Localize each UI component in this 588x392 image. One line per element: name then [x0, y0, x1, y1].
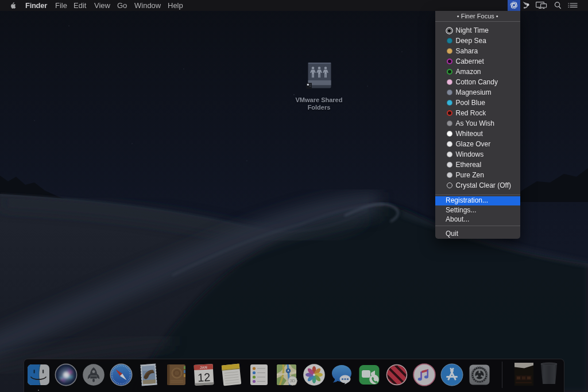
- svg-text:JAN: JAN: [200, 365, 208, 370]
- svg-text:12: 12: [198, 371, 211, 384]
- svg-text:3D: 3D: [290, 378, 296, 383]
